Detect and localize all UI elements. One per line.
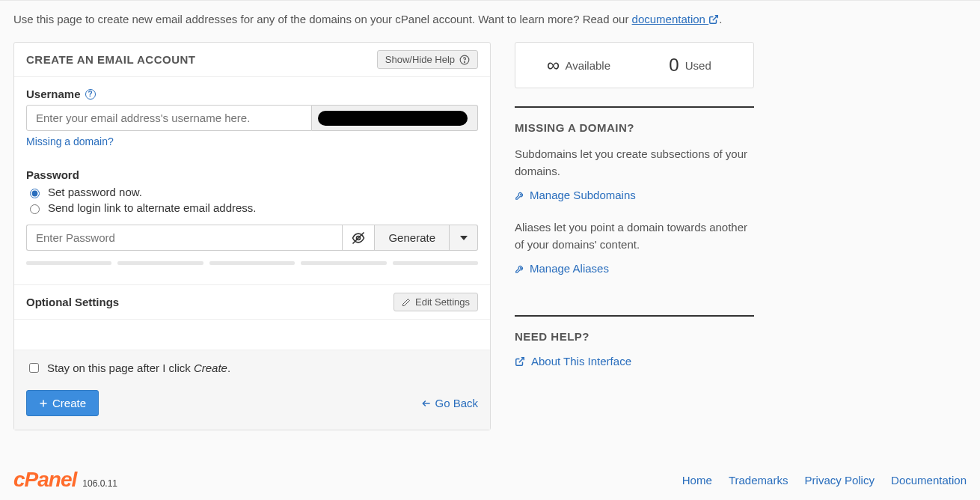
optional-settings-title: Optional Settings	[26, 296, 119, 308]
password-strength-meter	[26, 261, 478, 265]
username-input[interactable]	[26, 105, 312, 131]
help-icon	[459, 55, 470, 65]
available-label: Available	[565, 59, 610, 72]
intro-text: Use this page to create new email addres…	[13, 13, 967, 25]
go-back-link[interactable]: Go Back	[421, 397, 478, 409]
subdomains-desc: Subdomains let you create subsections of…	[515, 146, 754, 180]
wrench-icon	[515, 190, 525, 201]
footer-link-privacy[interactable]: Privacy Policy	[805, 474, 875, 487]
external-link-icon	[515, 356, 525, 367]
password-label: Password	[26, 168, 79, 181]
footer-links: Home Trademarks Privacy Policy Documenta…	[669, 474, 967, 487]
cpanel-logo: cPanel	[13, 468, 76, 492]
show-hide-help-button[interactable]: Show/Hide Help	[377, 50, 478, 69]
need-help-title: NEED HELP?	[515, 330, 754, 343]
account-stats: ∞ Available 0 Used	[515, 42, 754, 88]
used-value: 0	[669, 55, 679, 75]
edit-settings-button[interactable]: Edit Settings	[393, 293, 478, 311]
generate-password-button[interactable]: Generate	[375, 225, 450, 251]
create-button[interactable]: Create	[26, 390, 99, 416]
username-label: Username	[26, 88, 81, 100]
username-help-icon[interactable]: ?	[85, 89, 96, 100]
domain-select[interactable]	[312, 105, 478, 131]
footer-link-home[interactable]: Home	[682, 474, 712, 487]
svg-point-2	[465, 61, 465, 62]
stay-label: Stay on this page after I click Create.	[47, 362, 230, 374]
documentation-link[interactable]: documentation	[632, 13, 720, 25]
aliases-desc: Aliases let you point a domain towards a…	[515, 219, 754, 253]
used-label: Used	[685, 59, 711, 72]
eye-slash-icon	[351, 231, 366, 246]
manage-aliases-link[interactable]: Manage Aliases	[515, 262, 609, 275]
available-value: ∞	[547, 55, 560, 75]
wrench-icon	[515, 263, 525, 274]
password-input[interactable]	[26, 225, 342, 251]
missing-domain-title: MISSING A DOMAIN?	[515, 121, 754, 134]
stay-on-page-checkbox[interactable]	[29, 363, 39, 373]
pencil-icon	[402, 298, 411, 307]
footer-link-trademarks[interactable]: Trademarks	[729, 474, 788, 487]
svg-line-0	[713, 16, 717, 20]
panel-title: CREATE AN EMAIL ACCOUNT	[26, 53, 196, 66]
external-link-icon	[708, 14, 719, 25]
about-interface-link[interactable]: About This Interface	[515, 355, 631, 368]
generate-options-button[interactable]	[450, 225, 478, 251]
plus-icon	[39, 399, 48, 408]
footer-link-documentation[interactable]: Documentation	[891, 474, 967, 487]
radio-send-link-input[interactable]	[30, 204, 40, 214]
radio-set-now[interactable]: Set password now.	[26, 186, 478, 198]
stay-on-page-checkbox-row[interactable]: Stay on this page after I click Create.	[26, 361, 478, 375]
manage-subdomains-link[interactable]: Manage Subdomains	[515, 189, 636, 201]
create-email-panel: CREATE AN EMAIL ACCOUNT Show/Hide Help U…	[13, 42, 491, 430]
svg-line-8	[519, 357, 524, 362]
toggle-password-visibility-button[interactable]	[342, 225, 375, 251]
arrow-left-icon	[421, 398, 432, 409]
caret-down-icon	[460, 234, 468, 242]
missing-domain-link[interactable]: Missing a domain?	[26, 135, 114, 147]
version-text: 106.0.11	[82, 478, 117, 489]
radio-send-link[interactable]: Send login link to alternate email addre…	[26, 201, 478, 214]
domain-redacted	[318, 111, 468, 126]
radio-set-now-input[interactable]	[30, 189, 40, 198]
